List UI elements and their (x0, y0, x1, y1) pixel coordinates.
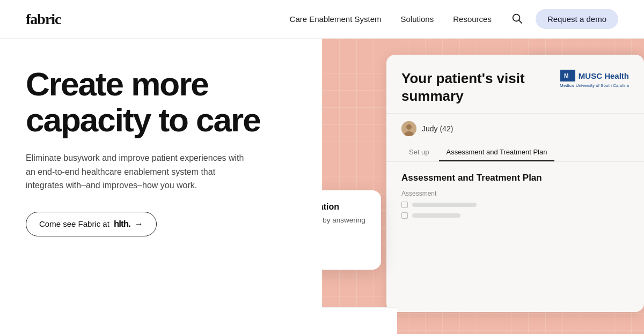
patient-row: Judy (42) (386, 114, 644, 144)
svg-line-1 (519, 20, 522, 23)
cta-button[interactable]: Come see Fabric at hlth. → (26, 212, 157, 236)
svg-point-5 (406, 124, 412, 130)
assessment-section: Assessment and Treatment Plan Assessment (386, 162, 644, 234)
nav-item-care-enablement[interactable]: Care Enablement System (290, 14, 382, 24)
demo-button[interactable]: Request a demo (536, 9, 618, 29)
hero-title: Create more capacity to care (26, 66, 296, 138)
visit-summary-title: Your patient's visit summary (401, 70, 552, 105)
checkbox-2[interactable] (401, 212, 408, 219)
cta-arrow: → (135, 219, 143, 229)
musc-name: MUSC Health (579, 71, 629, 80)
checkbox-1[interactable] (401, 202, 408, 208)
tabs-row: Set up Assessment and Treatment Plan (386, 144, 644, 162)
visit-summary-card: Your patient's visit summary M MUSC Heal… (386, 55, 644, 312)
musc-icon: M (560, 70, 575, 81)
registration-description: Reduce your wait time by answering a few… (322, 215, 368, 237)
checkbox-line-2 (412, 213, 460, 218)
assessment-title: Assessment and Treatment Plan (401, 173, 629, 183)
nav-item-solutions[interactable]: Solutions (401, 14, 434, 24)
nav-links: Care Enablement System Solutions Resourc… (290, 14, 492, 24)
registration-title: Start your registration (322, 202, 368, 212)
left-column: Create more capacity to care Eliminate b… (0, 39, 322, 334)
checkbox-line-1 (412, 203, 477, 207)
musc-subtitle: Medical University of South Carolina (560, 83, 629, 88)
hlth-brand: hlth. (114, 219, 130, 229)
registration-card: Start your registration Reduce your wait… (322, 190, 381, 270)
svg-text:M: M (564, 73, 568, 79)
main-content: Create more capacity to care Eliminate b… (0, 39, 644, 334)
tab-setup[interactable]: Set up (401, 144, 437, 161)
assessment-label: Assessment (401, 190, 629, 197)
nav-item-resources[interactable]: Resources (453, 14, 492, 24)
musc-logo: M MUSC Health Medical University of Sout… (560, 70, 629, 88)
search-icon[interactable] (511, 12, 523, 26)
patient-name: Judy (42) (422, 124, 453, 133)
right-column: Start your registration Reduce your wait… (322, 39, 644, 334)
intake-strip: ✓ Intake complete (322, 307, 397, 334)
checkbox-row-2 (401, 212, 629, 219)
cta-prefix: Come see Fabric at (39, 219, 109, 228)
hero-subtitle: Eliminate busywork and improve patient e… (26, 151, 251, 192)
navbar: fabric Care Enablement System Solutions … (0, 0, 644, 39)
logo[interactable]: fabric (26, 11, 61, 28)
checkbox-row-1 (401, 202, 629, 208)
patient-avatar (401, 121, 416, 136)
tab-assessment[interactable]: Assessment and Treatment Plan (439, 144, 555, 161)
visit-summary-header: Your patient's visit summary M MUSC Heal… (386, 55, 644, 114)
